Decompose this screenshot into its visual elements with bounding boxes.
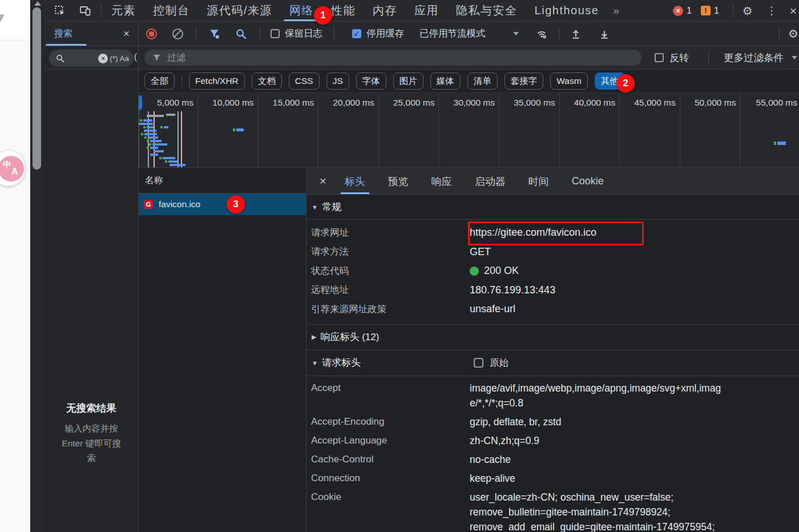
tab-cookies[interactable]: Cookie — [560, 168, 615, 194]
no-results-title: 无搜索结果 — [45, 401, 138, 415]
tab-elements[interactable]: 元素 — [103, 0, 144, 21]
request-type-chips: 全部 Fetch/XHR 文档 CSS JS 字体 图片 媒体 清单 套接字 W… — [139, 70, 799, 93]
throttling-select[interactable]: 已停用节流模式 — [419, 27, 486, 40]
tab-timing[interactable]: 时间 — [517, 168, 560, 194]
chip-js[interactable]: JS — [326, 72, 349, 90]
devtools-main-toolbar: 元素 控制台 源代码/来源 网络 性能 内存 应用 隐私与安全 Lighthou… — [45, 0, 799, 22]
invert-filter-checkbox[interactable] — [655, 53, 664, 62]
preserve-log-checkbox[interactable] — [271, 29, 280, 38]
settings-gear-icon[interactable]: ⚙ — [742, 4, 753, 18]
filter-toggle-icon[interactable] — [209, 28, 220, 39]
tab-application[interactable]: 应用 — [406, 0, 447, 21]
tab-headers[interactable]: 标头 — [333, 168, 377, 194]
overview-waterfall — [139, 93, 197, 168]
tab-initiator[interactable]: 启动器 — [463, 168, 517, 194]
close-devtools-icon[interactable]: × — [790, 4, 797, 18]
import-har-icon[interactable] — [570, 28, 582, 39]
inspect-element-icon[interactable] — [54, 5, 66, 17]
search-panel-header: 搜索 × — [45, 22, 139, 46]
preserve-log-label: 保留日志 — [285, 27, 322, 40]
header-row: Accept image/avif,image/webp,image/apng,… — [307, 381, 799, 414]
header-row: Accept-Language zh-CN,zh;q=0.9 — [307, 433, 799, 452]
request-headers-section-header[interactable]: ▼ 请求标头 原始 — [307, 350, 799, 376]
status-ok-dot — [470, 267, 479, 276]
more-filters-caret-icon — [792, 56, 797, 59]
more-filters-button[interactable]: 更多过滤条件 — [724, 51, 797, 65]
details-tab-bar: × 标头 预览 响应 启动器 时间 Cookie — [307, 168, 799, 195]
more-tabs-icon[interactable]: » — [607, 5, 625, 17]
details-close-icon[interactable]: × — [320, 175, 326, 188]
network-conditions-icon[interactable] — [536, 28, 547, 39]
tab-memory[interactable]: 内存 — [364, 0, 406, 21]
network-settings-gear-icon[interactable]: ⚙ — [788, 27, 798, 41]
raw-headers-toggle[interactable]: 原始 — [474, 357, 509, 369]
annotation-badge-1: 1 — [314, 6, 332, 25]
record-network-log-button[interactable] — [146, 29, 157, 39]
expanded-triangle-icon: ▼ — [312, 360, 318, 366]
search-input[interactable]: × (*) Aa — [49, 50, 134, 67]
tick-label: 10,000 ms — [195, 98, 254, 108]
network-filter-input[interactable]: 过滤 — [144, 50, 641, 66]
throttling-caret-icon[interactable] — [513, 32, 519, 35]
general-row: 状态代码 200 OK — [307, 261, 799, 281]
no-results-hint: 输入内容并按 Enter 键即可搜索 — [58, 421, 125, 466]
device-toolbar-icon[interactable] — [79, 5, 91, 17]
devtools-window: 元素 控制台 源代码/来源 网络 性能 内存 应用 隐私与安全 Lighthou… — [45, 0, 799, 532]
chip-font[interactable]: 字体 — [356, 72, 386, 90]
page-scrollbar[interactable] — [30, 0, 45, 532]
tab-privacy-security[interactable]: 隐私与安全 — [447, 0, 526, 21]
search-panel-title: 搜索 — [54, 28, 72, 40]
search-clear-icon[interactable]: × — [98, 54, 108, 63]
network-toolbar: 保留日志 ✓ 停用缓存 已停用节流模式 ⚙ — [139, 22, 799, 46]
chip-socket[interactable]: 套接字 — [505, 72, 544, 90]
network-panel: 过滤 反转 更多过滤条件 全部 Fetch/XHR 文档 CSS JS 字体 图… — [139, 46, 799, 532]
chip-wasm[interactable]: Wasm — [550, 72, 587, 90]
requests-table: 名称 G favicon.ico — [139, 168, 306, 532]
scrollbar-up-arrow[interactable] — [34, 1, 41, 6]
chip-manifest[interactable]: 清单 — [467, 72, 498, 90]
chip-all[interactable]: 全部 — [144, 72, 175, 90]
chip-img[interactable]: 图片 — [393, 72, 423, 90]
raw-checkbox[interactable] — [474, 358, 483, 368]
chip-media[interactable]: 媒体 — [430, 72, 461, 90]
tab-preview[interactable]: 预览 — [377, 168, 420, 194]
regex-toggle[interactable]: (*) — [110, 54, 118, 63]
export-har-icon[interactable] — [599, 28, 610, 39]
network-overview-timeline[interactable]: 5,000 ms 10,000 ms 15,000 ms 20,000 ms 2… — [139, 93, 799, 168]
request-headers-rows: Accept image/avif,image/webp,image/apng,… — [307, 376, 799, 532]
annotation-badge-2: 2 — [616, 74, 635, 92]
kebab-menu-icon[interactable]: ⋮ — [766, 4, 777, 17]
response-headers-section-header[interactable]: ▶ 响应标头 (12) — [307, 325, 799, 350]
chip-doc[interactable]: 文档 — [252, 72, 282, 90]
search-close-icon[interactable]: × — [123, 27, 130, 40]
annotation-rectangle — [468, 221, 644, 245]
error-icon: × — [673, 6, 683, 16]
tab-response[interactable]: 响应 — [420, 168, 463, 194]
tick-label: 55,000 ms — [739, 98, 797, 108]
general-section-header[interactable]: ▼ 常规 — [307, 195, 799, 220]
tab-sources[interactable]: 源代码/来源 — [199, 0, 281, 21]
warning-icon: ! — [701, 6, 711, 15]
match-case-toggle[interactable]: Aa — [119, 54, 129, 63]
request-row-favicon[interactable]: G favicon.ico — [139, 194, 306, 215]
warning-counter[interactable]: ! 1 — [701, 6, 719, 16]
general-row: 远程地址 180.76.199.13:443 — [307, 281, 799, 300]
scrollbar-thumb[interactable] — [33, 7, 41, 170]
name-column-header[interactable]: 名称 — [139, 168, 306, 194]
network-filter-row: 过滤 反转 更多过滤条件 — [139, 46, 799, 70]
chip-fetch-xhr[interactable]: Fetch/XHR — [189, 72, 245, 90]
header-row: Connection keep-alive — [307, 471, 799, 490]
collapsed-triangle-icon: ▶ — [312, 333, 316, 341]
chip-css[interactable]: CSS — [289, 72, 320, 90]
favicon-icon: G — [144, 200, 153, 209]
tick-label: 35,000 ms — [497, 98, 555, 108]
search-panel: × (*) Aa ( 无搜索结果 输入内容并按 Enter 键即可搜索 — [45, 46, 139, 532]
disable-cache-checkbox[interactable]: ✓ — [352, 29, 361, 38]
search-refresh-partial: ( — [134, 52, 137, 62]
search-network-icon[interactable] — [235, 28, 247, 39]
tab-console[interactable]: 控制台 — [144, 0, 199, 21]
clear-network-log-button[interactable] — [172, 29, 183, 39]
error-counter[interactable]: × 1 — [673, 6, 692, 16]
tick-label: 20,000 ms — [316, 98, 374, 108]
tab-lighthouse[interactable]: Lighthouse — [526, 0, 608, 21]
